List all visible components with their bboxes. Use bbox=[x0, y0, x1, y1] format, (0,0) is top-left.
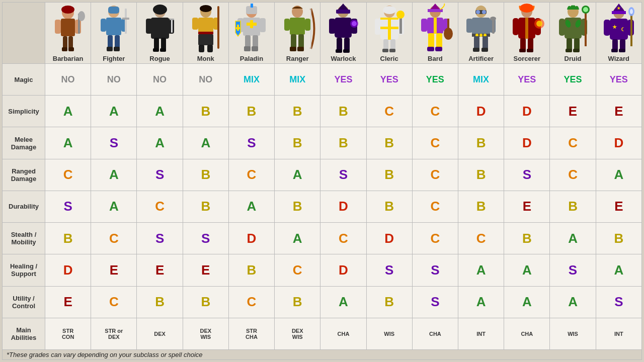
class-art-artificer bbox=[461, 4, 501, 54]
cell-r3-c5: A bbox=[275, 159, 320, 191]
svg-rect-143 bbox=[566, 49, 572, 52]
class-header-sorcerer: Sorcerer bbox=[504, 3, 550, 64]
cell-r2-c1: S bbox=[91, 127, 137, 159]
svg-rect-2 bbox=[55, 20, 61, 34]
svg-rect-9 bbox=[62, 47, 67, 51]
cell-r0-c11: YES bbox=[550, 64, 596, 96]
class-name-monk: Monk bbox=[183, 55, 228, 62]
cell-r7-c7: B bbox=[366, 286, 412, 318]
cell-r1-c12: E bbox=[596, 96, 641, 127]
cell-r8-c9: INT bbox=[458, 318, 504, 349]
svg-rect-21 bbox=[114, 47, 120, 51]
cell-r0-c0: NO bbox=[45, 64, 91, 96]
cell-r0-c10: YES bbox=[504, 64, 550, 96]
svg-point-86 bbox=[396, 11, 405, 19]
svg-rect-4 bbox=[63, 36, 67, 49]
class-header-barbarian: Barbarian bbox=[45, 3, 91, 64]
svg-rect-59 bbox=[284, 19, 290, 31]
cell-r6-c4: B bbox=[228, 254, 274, 286]
class-name-cleric: Cleric bbox=[367, 55, 412, 62]
cell-r4-c6: D bbox=[320, 191, 366, 222]
svg-point-7 bbox=[78, 11, 85, 21]
cell-r7-c6: A bbox=[320, 286, 366, 318]
row-label-0: Magic bbox=[3, 64, 45, 96]
row-label-5: Stealth /Mobility bbox=[3, 223, 45, 254]
svg-point-126 bbox=[536, 21, 542, 27]
cell-r8-c11: WIS bbox=[550, 318, 596, 349]
svg-rect-58 bbox=[290, 18, 305, 35]
svg-rect-24 bbox=[151, 18, 169, 39]
cell-r3-c1: A bbox=[91, 159, 137, 191]
class-art-wizard: ★ ★ ☾ bbox=[599, 4, 639, 54]
cell-r7-c9: A bbox=[458, 286, 504, 318]
cell-r0-c12: YES bbox=[596, 64, 641, 96]
cell-r3-c3: B bbox=[183, 159, 228, 191]
class-art-rogue bbox=[140, 4, 180, 54]
cell-r6-c11: S bbox=[550, 254, 596, 286]
svg-point-155 bbox=[630, 9, 633, 14]
class-header-fighter: Fighter bbox=[91, 3, 137, 64]
cell-r7-c2: B bbox=[137, 286, 183, 318]
svg-rect-146 bbox=[612, 11, 626, 14]
svg-rect-156 bbox=[612, 39, 618, 50]
class-art-monk bbox=[186, 4, 226, 54]
cell-r7-c1: C bbox=[91, 286, 137, 318]
class-art-barbarian bbox=[48, 4, 88, 54]
class-name-rogue: Rogue bbox=[137, 55, 182, 62]
svg-rect-153 bbox=[630, 14, 632, 46]
cell-r0-c3: NO bbox=[183, 64, 228, 96]
svg-rect-14 bbox=[101, 19, 106, 32]
svg-rect-80 bbox=[375, 19, 381, 35]
svg-rect-1 bbox=[61, 19, 75, 36]
main-container: Barbarian Fighter bbox=[0, 0, 644, 362]
svg-rect-134 bbox=[559, 19, 565, 36]
cell-r5-c9: C bbox=[458, 223, 504, 254]
cell-r2-c9: B bbox=[458, 127, 504, 159]
svg-rect-31 bbox=[153, 48, 159, 52]
svg-rect-62 bbox=[298, 34, 304, 48]
cell-r3-c2: S bbox=[137, 159, 183, 191]
cell-r3-c4: C bbox=[228, 159, 274, 191]
svg-point-121 bbox=[520, 4, 534, 13]
svg-rect-100 bbox=[436, 33, 442, 48]
cell-r6-c0: D bbox=[45, 254, 91, 286]
data-row-4: DurabilitySACBABDBCBEBE bbox=[3, 191, 642, 222]
svg-rect-32 bbox=[160, 48, 166, 52]
cell-r3-c8: C bbox=[412, 159, 458, 191]
cell-r0-c1: NO bbox=[91, 64, 137, 96]
cell-r3-c9: B bbox=[458, 159, 504, 191]
row-label-3: RangedDamage bbox=[3, 159, 45, 191]
class-art-bard bbox=[415, 4, 455, 54]
svg-rect-116 bbox=[473, 48, 479, 52]
svg-point-34 bbox=[200, 5, 212, 12]
cell-r6-c3: E bbox=[183, 254, 228, 286]
svg-rect-17 bbox=[115, 35, 120, 48]
row-label-8: MainAbilities bbox=[3, 318, 45, 349]
svg-point-78 bbox=[383, 6, 396, 14]
cell-r5-c11: A bbox=[550, 223, 596, 254]
data-row-8: MainAbilitiesSTRCONSTR orDEXDEXDEXWISSTR… bbox=[3, 318, 642, 349]
cell-r4-c11: B bbox=[550, 191, 596, 222]
svg-rect-73 bbox=[337, 38, 342, 51]
svg-point-23 bbox=[153, 5, 167, 15]
cell-r7-c11: A bbox=[550, 286, 596, 318]
cell-r1-c2: A bbox=[137, 96, 183, 127]
cell-r1-c0: A bbox=[45, 96, 91, 127]
cell-r0-c7: YES bbox=[366, 64, 412, 96]
svg-rect-18 bbox=[125, 9, 127, 34]
cell-r7-c0: E bbox=[45, 286, 91, 318]
cell-r6-c7: S bbox=[366, 254, 412, 286]
cell-r3-c10: S bbox=[504, 159, 550, 191]
class-name-druid: Druid bbox=[550, 55, 595, 62]
svg-rect-101 bbox=[427, 47, 434, 51]
svg-rect-96 bbox=[434, 18, 437, 34]
svg-text:★: ★ bbox=[617, 6, 621, 11]
cell-r2-c5: B bbox=[275, 127, 320, 159]
cell-r4-c10: E bbox=[504, 191, 550, 222]
class-name-artificer: Artificer bbox=[458, 55, 504, 62]
svg-rect-37 bbox=[198, 34, 213, 45]
class-art-warlock bbox=[323, 4, 363, 54]
svg-rect-117 bbox=[481, 48, 488, 52]
svg-rect-88 bbox=[390, 39, 395, 50]
data-row-2: MeleeDamageASAASBBBCBDCD bbox=[3, 127, 642, 159]
